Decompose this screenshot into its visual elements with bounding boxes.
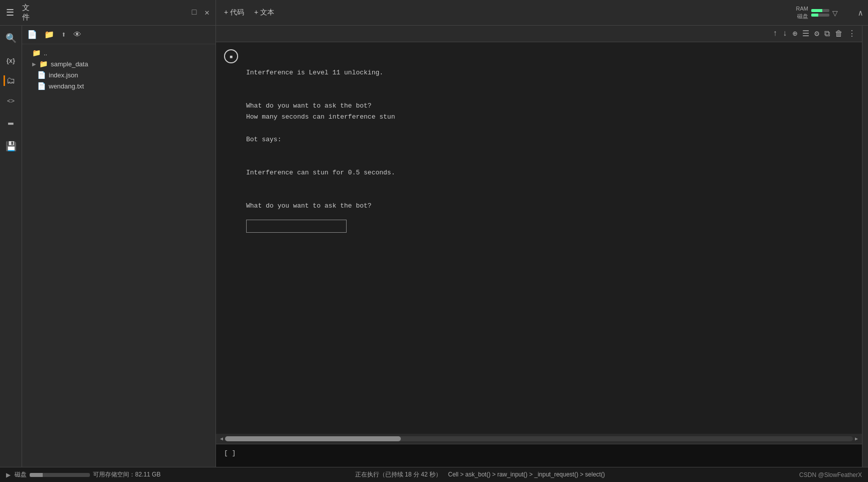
sidebar-code-icon[interactable]: <> xyxy=(5,95,17,107)
minimize-icon[interactable]: □ xyxy=(192,8,197,17)
status-bar: ▶ 磁盘 可用存储空间：82.11 GB 正在执行（已持续 18 分 42 秒）… xyxy=(0,467,868,482)
move-down-icon[interactable]: ↓ xyxy=(783,29,788,38)
new-folder-icon[interactable]: 📁 xyxy=(44,30,54,40)
disk-progress-bar xyxy=(30,473,90,477)
disk-progress-fill xyxy=(30,473,43,477)
sidebar-variable-icon[interactable]: {x} xyxy=(5,55,17,66)
delete-cell-icon[interactable]: 🗑 xyxy=(835,29,843,39)
sidebar-search-icon[interactable]: 🔍 xyxy=(4,31,19,46)
scroll-left-arrow[interactable]: ◀ xyxy=(218,436,225,442)
status-center: 正在执行（已持续 18 分 42 秒） Cell > ask_bot() > r… xyxy=(161,470,799,479)
status-left: ▶ 磁盘 可用存储空间：82.11 GB xyxy=(6,470,161,479)
parent-label: .. xyxy=(44,49,47,57)
scrollbar-track xyxy=(225,436,853,441)
file-item-index-json[interactable]: 📄 index.json xyxy=(22,69,215,80)
file-icon-json: 📄 xyxy=(37,71,46,79)
new-file-icon[interactable]: 📄 xyxy=(27,30,37,40)
status-disk-label: 磁盘 xyxy=(15,470,27,479)
cell: ■ Interference is Level 11 unlocking. Wh… xyxy=(216,47,862,233)
top-bar-right: + 代码 + 文本 RAM 磁盘 ▽ ∧ xyxy=(216,0,868,25)
comment-icon[interactable]: ☰ xyxy=(802,29,809,39)
close-icon[interactable]: ✕ xyxy=(204,8,209,18)
status-executing-text: 正在执行（已持续 18 分 42 秒） xyxy=(355,471,442,478)
ram-expand-icon[interactable]: ▽ xyxy=(832,9,838,17)
status-credit: CSDN @SlowFeatherX xyxy=(799,471,862,478)
sidebar-disk-icon[interactable]: 💾 xyxy=(4,139,19,154)
ram-label: RAM xyxy=(796,6,808,12)
cell-container: ■ Interference is Level 11 unlocking. Wh… xyxy=(216,42,862,434)
top-right-icons: ∧ xyxy=(858,0,863,26)
more-options-icon[interactable]: ⋮ xyxy=(848,29,856,39)
top-bar: ☰ 文件 □ ✕ + 代码 + 文本 RAM 磁盘 xyxy=(0,0,868,26)
scroll-right-arrow[interactable]: ▶ xyxy=(853,436,860,442)
parent-icon: 📁 xyxy=(32,49,41,57)
settings-icon[interactable]: ⚙ xyxy=(814,29,819,39)
main-layout: 🔍 {x} 🗂 <> ▬ 💾 📄 📁 ⬆ 👁 📁 .. xyxy=(0,26,868,467)
status-right: CSDN @SlowFeatherX xyxy=(799,471,862,478)
upload-icon[interactable]: ⬆ xyxy=(61,30,66,40)
scrollbar-thumb xyxy=(225,436,401,441)
vertical-scrollbar[interactable] xyxy=(862,26,868,467)
sidebar-files-container: 🗂 xyxy=(5,75,18,86)
disk-label: 磁盘 xyxy=(797,13,808,20)
notebook-area: ↑ ↓ ⊕ ☰ ⚙ ⧉ 🗑 ⋮ ■ Interference is Level … xyxy=(216,26,862,467)
folder-label: sample_data xyxy=(51,60,88,68)
cell-input-line xyxy=(216,220,862,233)
add-code-button[interactable]: + 代码 xyxy=(224,8,244,17)
storage-text: 可用存储空间：82.11 GB xyxy=(93,470,161,479)
ram-section: RAM 磁盘 ▽ xyxy=(796,0,838,26)
file-item-parent[interactable]: 📁 .. xyxy=(22,47,215,58)
file-item-sample-data[interactable]: ▶ 📁 sample_data xyxy=(22,58,215,69)
hide-panel-icon[interactable]: 👁 xyxy=(73,30,81,40)
sidebar-terminal-icon[interactable]: ▬ xyxy=(6,116,16,130)
add-text-button[interactable]: + 文本 xyxy=(254,8,274,17)
move-up-icon[interactable]: ↑ xyxy=(773,29,778,38)
file-panel: 📄 📁 ⬆ 👁 📁 .. ▶ 📁 sample_data xyxy=(22,26,216,467)
code-output-box: [ ] xyxy=(216,444,862,467)
app-title: 文件 xyxy=(22,3,37,22)
folder-icon: 📁 xyxy=(39,60,48,68)
stop-button[interactable]: ■ xyxy=(224,49,238,63)
copy-cell-icon[interactable]: ⧉ xyxy=(824,29,830,39)
cell-header: ■ xyxy=(216,47,862,63)
file-label-json: index.json xyxy=(49,71,78,79)
disk-bar-fill xyxy=(811,14,818,17)
expand-icon[interactable]: ∧ xyxy=(858,8,863,18)
cell-toolbar: ↑ ↓ ⊕ ☰ ⚙ ⧉ 🗑 ⋮ xyxy=(216,26,862,42)
sidebar-files-icon[interactable]: 🗂 xyxy=(5,74,18,88)
folder-arrow-icon: ▶ xyxy=(32,61,36,67)
status-breadcrumb: Cell > ask_bot() > raw_input() > _input_… xyxy=(448,471,605,478)
bracket-output: [ ] xyxy=(224,449,236,457)
ram-bar-fill xyxy=(811,9,822,12)
file-tree: 📁 .. ▶ 📁 sample_data 📄 index.json 📄 xyxy=(22,44,215,467)
file-label-txt: wendang.txt xyxy=(49,82,84,90)
sidebar-strip: 🔍 {x} 🗂 <> ▬ 💾 xyxy=(0,26,22,467)
bot-query-input[interactable] xyxy=(246,220,347,233)
disk-bar xyxy=(811,14,829,17)
file-toolbar: 📄 📁 ⬆ 👁 xyxy=(22,26,215,44)
link-icon[interactable]: ⊕ xyxy=(793,29,798,39)
file-icon-txt: 📄 xyxy=(37,82,46,90)
ram-bar-container xyxy=(811,9,829,17)
active-indicator xyxy=(4,75,5,86)
disk-status: 磁盘 可用存储空间：82.11 GB xyxy=(15,470,161,479)
ram-bar xyxy=(811,9,829,12)
status-play-icon[interactable]: ▶ xyxy=(6,471,11,478)
menu-icon[interactable]: ☰ xyxy=(6,7,14,18)
horizontal-scrollbar[interactable]: ◀ ▶ xyxy=(216,434,862,444)
cell-output: Interference is Level 11 unlocking. What… xyxy=(216,63,862,216)
top-bar-left: ☰ 文件 □ ✕ xyxy=(0,0,216,25)
file-item-wendang-txt[interactable]: 📄 wendang.txt xyxy=(22,80,215,91)
